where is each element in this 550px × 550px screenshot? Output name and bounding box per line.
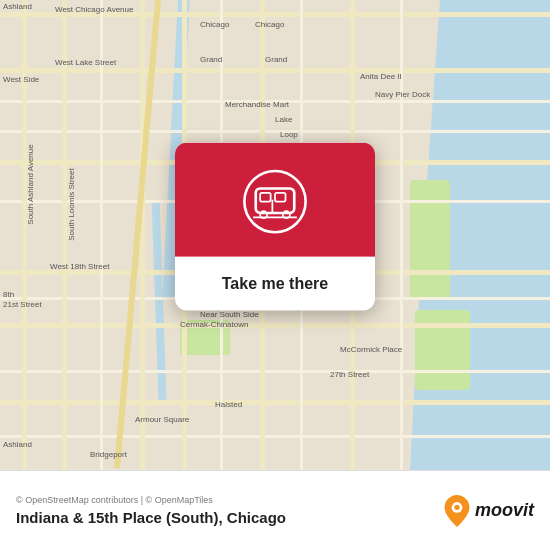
street-label-grand-2: Grand: [265, 55, 287, 64]
street-label-bridgeport: Bridgeport: [90, 450, 127, 459]
road-h-2: [0, 68, 550, 73]
street-label-21st: 21st Street: [3, 300, 42, 309]
street-label-8th: 8th: [3, 290, 14, 299]
street-label-s-ashland: South Ashland Avenue: [26, 144, 35, 224]
park-area-1: [410, 180, 450, 300]
street-label-ashland-2: Ashland: [3, 440, 32, 449]
bottom-bar: © OpenStreetMap contributors | © OpenMap…: [0, 470, 550, 550]
bus-stop-icon: [240, 167, 310, 237]
svg-point-9: [454, 504, 459, 509]
street-label-anita: Anita Dee II: [360, 72, 402, 81]
moovit-pin-icon: [443, 495, 471, 527]
street-label-s-loomis: South Loomis Street: [67, 168, 76, 240]
map-container: West Chicago Avenue West Lake Street Nav…: [0, 0, 550, 470]
street-label-chicago-ave: West Chicago Avenue: [55, 5, 133, 14]
road-v-1: [22, 0, 27, 470]
street-label-chicago-2: Chicago: [255, 20, 284, 29]
moovit-brand-text: moovit: [475, 500, 534, 521]
street-label-chicago-n: Chicago: [200, 20, 229, 29]
street-label-18th: West 18th Street: [50, 262, 109, 271]
street-label-merchandise: Merchandise Mart: [225, 100, 289, 109]
road-h-4: [0, 130, 550, 133]
take-me-there-button[interactable]: Take me there: [191, 271, 359, 297]
street-label-cermak: Cermak-Chinatown: [180, 320, 248, 329]
road-h-10: [0, 370, 550, 373]
location-popup: Take me there: [175, 143, 375, 311]
street-label-27th: 27th Street: [330, 370, 369, 379]
map-background: West Chicago Avenue West Lake Street Nav…: [0, 0, 550, 470]
street-label-west-side: West Side: [3, 75, 39, 84]
street-label-lake-st: West Lake Street: [55, 58, 116, 67]
svg-rect-2: [260, 193, 271, 202]
street-label-grand: Grand: [200, 55, 222, 64]
street-label-halsted: Halsted: [215, 400, 242, 409]
road-v-4: [140, 0, 145, 470]
location-title: Indiana & 15th Place (South), Chicago: [16, 509, 443, 526]
street-label-mccormick: McCormick Place: [340, 345, 402, 354]
street-label-loop: Loop: [280, 130, 298, 139]
road-v-10: [400, 0, 403, 470]
road-h-12: [0, 435, 550, 438]
park-area-2: [415, 310, 470, 390]
road-h-9: [0, 323, 550, 328]
street-label-ashland: Ashland: [3, 2, 32, 11]
street-label-near-south: Near South Side: [200, 310, 259, 319]
popup-icon-section: [175, 143, 375, 257]
attribution-text: © OpenStreetMap contributors | © OpenMap…: [16, 495, 443, 505]
road-h-11: [0, 400, 550, 405]
location-info: © OpenStreetMap contributors | © OpenMap…: [16, 495, 443, 526]
svg-rect-3: [275, 193, 286, 202]
road-v-3: [100, 0, 103, 470]
street-label-armour: Armour Square: [135, 415, 189, 424]
moovit-logo: moovit: [443, 495, 534, 527]
street-label-navy-pier: Navy Pier Dock: [375, 90, 430, 99]
popup-button-section[interactable]: Take me there: [175, 257, 375, 311]
street-label-lake: Lake: [275, 115, 292, 124]
